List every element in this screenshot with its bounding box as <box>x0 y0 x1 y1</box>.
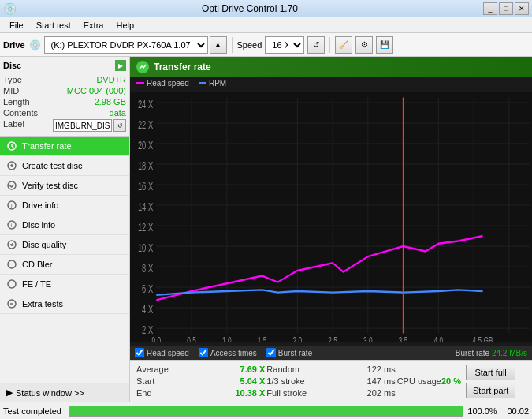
stat-start-label: Start <box>136 376 154 386</box>
save-button[interactable]: 💾 <box>376 36 393 54</box>
eject-button[interactable]: ▲ <box>210 36 227 54</box>
settings-button[interactable]: ⚙ <box>355 36 373 54</box>
nav-verify-test-disc[interactable]: Verify test disc <box>0 176 129 196</box>
label-input[interactable] <box>53 119 112 132</box>
drive-info-icon: i <box>6 200 17 211</box>
stats-col2: Random 122 ms 1/3 stroke 147 ms Full str… <box>266 364 395 398</box>
title-bar-icon: 💿 <box>3 2 17 15</box>
disc-quality-icon <box>6 239 17 250</box>
disc-label-row: Label ↺ <box>3 118 126 133</box>
disc-contents-value: data <box>110 108 126 118</box>
disc-length-value: 2.98 GB <box>95 97 126 107</box>
nav-fe-te[interactable]: FE / TE <box>0 275 129 294</box>
close-button[interactable]: ✕ <box>515 2 529 15</box>
svg-point-8 <box>8 260 16 268</box>
burst-rate-checkbox-label: Burst rate <box>278 349 312 357</box>
disc-section: Disc ▶ Type DVD+R MID MCC 004 (000) Leng… <box>0 57 129 137</box>
legend-read-speed-color <box>136 82 144 84</box>
stat-stroke-1-3-value: 147 ms <box>367 376 396 386</box>
svg-text:3.0: 3.0 <box>363 335 373 342</box>
verify-test-disc-icon <box>6 180 17 191</box>
access-times-checkbox[interactable] <box>199 348 208 357</box>
nav-extra-tests[interactable]: Extra tests <box>0 294 129 314</box>
disc-mid-label: MID <box>3 86 19 95</box>
disc-type-value: DVD+R <box>96 75 126 84</box>
legend-rpm: RPM <box>199 79 226 88</box>
menu-extra[interactable]: Extra <box>77 18 110 32</box>
read-speed-checkbox[interactable] <box>135 348 144 357</box>
burst-rate-display: Burst rate 24.2 MB/s <box>456 349 527 357</box>
svg-point-9 <box>8 280 16 288</box>
separator-2 <box>329 37 330 53</box>
minimize-button[interactable]: _ <box>483 2 497 15</box>
disc-label-label: Label <box>3 119 24 132</box>
maximize-button[interactable]: □ <box>499 2 513 15</box>
disc-length-label: Length <box>3 97 30 107</box>
svg-text:i: i <box>11 223 13 228</box>
drive-label: Drive <box>3 40 25 50</box>
svg-text:20 X: 20 X <box>138 138 153 152</box>
stats-cpu: CPU usage 20 % <box>397 376 461 387</box>
checkbox-read-speed[interactable]: Read speed <box>135 348 189 357</box>
label-refresh-button[interactable]: ↺ <box>113 119 126 132</box>
nav-create-test-disc[interactable]: Create test disc <box>0 156 129 176</box>
stat-average-label: Average <box>136 365 169 374</box>
progress-container <box>69 406 463 417</box>
nav-drive-info[interactable]: i Drive info <box>0 196 129 215</box>
progress-percent: 100.0% <box>467 406 498 416</box>
nav-create-test-disc-label: Create test disc <box>22 161 82 170</box>
start-full-button[interactable]: Start full <box>466 365 515 380</box>
disc-mid-row: MID MCC 004 (000) <box>3 85 126 96</box>
create-test-disc-icon <box>6 160 17 171</box>
svg-point-2 <box>8 181 16 189</box>
burst-rate-label: Burst rate <box>456 349 489 357</box>
nav-transfer-rate-label: Transfer rate <box>22 141 72 151</box>
menu-help[interactable]: Help <box>110 18 140 32</box>
svg-text:1.0: 1.0 <box>222 335 232 342</box>
checkbox-burst-rate[interactable]: Burst rate <box>266 348 312 357</box>
nav-disc-info[interactable]: i Disc info <box>0 215 129 235</box>
read-speed-checkbox-label: Read speed <box>147 349 189 357</box>
nav-cd-bler[interactable]: CD Bler <box>0 255 129 275</box>
erase-button[interactable]: 🧹 <box>335 36 352 54</box>
svg-text:14 X: 14 X <box>138 200 153 213</box>
svg-text:0.5: 0.5 <box>187 335 196 342</box>
svg-text:4 X: 4 X <box>142 303 153 316</box>
title-bar-controls: _ □ ✕ <box>483 2 529 15</box>
status-window-button[interactable]: ▶ Status window >> <box>0 383 129 402</box>
speed-select[interactable]: 16 X <box>265 36 304 54</box>
title-bar-text: Opti Drive Control 1.70 <box>17 3 483 14</box>
chart-controls: Read speed Access times Burst rate Burst… <box>130 346 532 360</box>
nav-fe-te-label: FE / TE <box>22 279 51 289</box>
status-window-label: Status window >> <box>16 388 84 398</box>
disc-info-icon: i <box>6 219 17 230</box>
disc-mid-value: MCC 004 (000) <box>67 86 126 95</box>
refresh-speed-button[interactable]: ↺ <box>307 36 325 54</box>
stat-average-value: 7.69 X <box>240 365 266 374</box>
stats-col3: CPU usage 20 % Start full Start part <box>397 364 526 398</box>
disc-type-label: Type <box>3 75 22 84</box>
stat-end-label: End <box>136 388 152 398</box>
stat-cpu-label: CPU usage <box>397 376 441 386</box>
menu-start-test[interactable]: Start test <box>30 18 77 32</box>
main-layout: Disc ▶ Type DVD+R MID MCC 004 (000) Leng… <box>0 57 532 402</box>
status-text: Test completed <box>3 406 66 416</box>
stat-random: Random 122 ms <box>266 364 395 375</box>
nav-items: Transfer rate Create test disc Verify te… <box>0 137 129 383</box>
progress-bar <box>70 406 463 416</box>
legend-read-speed-label: Read speed <box>147 79 189 88</box>
nav-transfer-rate[interactable]: Transfer rate <box>0 137 129 156</box>
nav-disc-quality[interactable]: Disc quality <box>0 235 129 255</box>
menu-file[interactable]: File <box>3 18 30 32</box>
start-part-button[interactable]: Start part <box>466 383 515 398</box>
stat-end: End 10.38 X <box>136 387 265 398</box>
checkbox-access-times[interactable]: Access times <box>199 348 257 357</box>
nav-extra-tests-label: Extra tests <box>22 299 63 309</box>
svg-text:2.5: 2.5 <box>328 335 337 342</box>
chart-icon <box>136 61 149 73</box>
drive-select[interactable]: (K:) PLEXTOR DVDR PX-760A 1.07 <box>44 36 208 54</box>
disc-arrow-button[interactable]: ▶ <box>115 60 126 71</box>
disc-title: Disc <box>3 61 21 70</box>
burst-rate-checkbox[interactable] <box>266 348 276 357</box>
separator-1 <box>232 37 233 53</box>
